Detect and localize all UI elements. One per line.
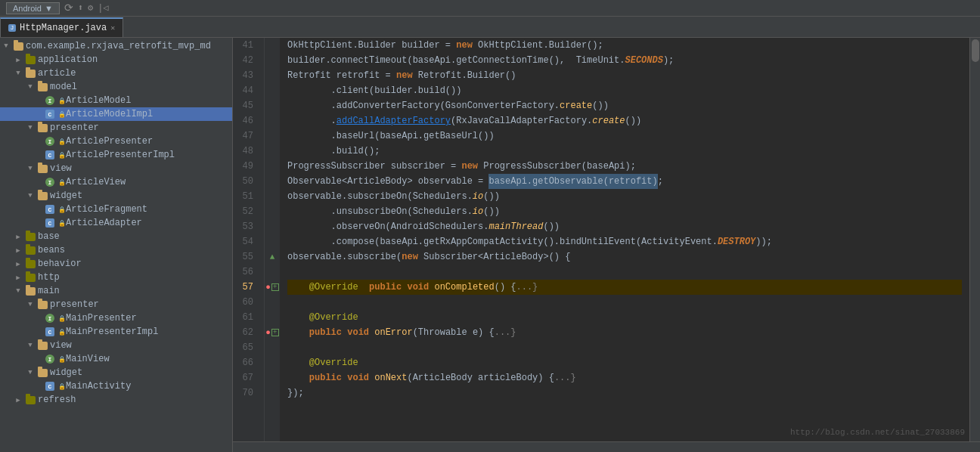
sync-icon[interactable]: ⟳ (64, 2, 73, 14)
tree-item-MainView[interactable]: I 🔒 MainView (0, 352, 232, 366)
tree-item-main-view[interactable]: ▼ view (0, 339, 232, 352)
code-method: onCompleted (434, 280, 494, 295)
code-line-48: .build(); (287, 144, 962, 159)
tree-arrow-presenter: ▼ (24, 122, 36, 134)
code-span: .addConverterFactory(GsonConverterFactor… (287, 98, 560, 113)
ln-45: 45 (233, 98, 258, 113)
gutter-62: ● + (265, 325, 280, 340)
tree-item-ArticleView[interactable]: I 🔒 ArticleView (0, 175, 232, 189)
code-editor[interactable]: 41 42 43 44 45 46 47 48 49 50 51 52 53 5… (233, 38, 980, 452)
tree-item-ArticleModelImpl[interactable]: C 🔒 ArticleModelImpl (0, 107, 232, 121)
code-span (342, 325, 347, 340)
tree-arrow-widget: ▼ (24, 190, 36, 202)
tree-label-mpi: MainPresenterImpl (66, 327, 158, 337)
tree-label-ArticleModel: ArticleModel (66, 95, 131, 106)
code-span: ()) (483, 204, 500, 219)
code-span: .baseUrl(baseApi.getBaseUrl()) (287, 128, 495, 144)
tree-item-widget[interactable]: ▼ widget (0, 189, 232, 203)
code-span: . (287, 113, 336, 128)
code-method: create (560, 98, 592, 113)
code-span: .unsubscribeOn(Schedulers. (287, 204, 473, 219)
tab-httpmanager[interactable]: J HttpManager.java ✕ (0, 17, 123, 37)
folder-icon-view (36, 163, 48, 175)
expand-57[interactable]: + (271, 283, 279, 291)
folder-icon-widget (36, 190, 48, 202)
gutter-67 (265, 370, 280, 385)
class-icon-ArticleModelImpl: C (44, 108, 56, 120)
highlight-code: baseApi.getObservable(retrofit) (488, 174, 657, 189)
settings-icon[interactable]: ⚙ (88, 2, 93, 14)
interface-icon-ArticleModel: I (44, 94, 56, 107)
tree-label-article: article (38, 68, 76, 79)
gutter-48 (265, 144, 280, 159)
android-dropdown[interactable]: Android ▼ (6, 2, 60, 14)
code-span: OkHttpClient.Builder builder = (287, 38, 456, 53)
scrollbar-thumb[interactable] (972, 39, 979, 62)
lock-av: 🔒 (58, 179, 66, 186)
bottom-scrollbar[interactable] (233, 441, 980, 452)
tree-item-MainPresenter[interactable]: I 🔒 MainPresenter (0, 311, 232, 325)
code-method: mainThread (488, 219, 543, 234)
gradle-icon[interactable]: |◁ (98, 2, 108, 14)
tree-item-presenter[interactable]: ▼ presenter (0, 121, 232, 135)
tree-item-ArticleAdapter[interactable]: C 🔒 ArticleAdapter (0, 216, 232, 230)
tree-arrow-behavior: ▶ (12, 258, 24, 270)
lock-mv: 🔒 (58, 356, 66, 363)
code-span: (ArticleBody articleBody) { (407, 370, 554, 385)
gutter-43 (265, 68, 280, 83)
gutter-50 (265, 174, 280, 189)
expand-62[interactable]: + (271, 329, 279, 336)
watermark: http://blog.csdn.net/sinat_27033869 (790, 428, 965, 437)
tree-label-ap: ArticlePresenter (66, 136, 153, 147)
code-span: .observeOn(AndroidSchedulers. (287, 219, 488, 234)
ln-51: 51 (233, 189, 258, 204)
tree-label-widget: widget (50, 190, 82, 201)
tree-item-article[interactable]: ▼ article (0, 67, 232, 80)
tree-item-MainPresenterImpl[interactable]: C 🔒 MainPresenterImpl (0, 325, 232, 339)
code-method: io (473, 204, 483, 219)
tree-item-behavior[interactable]: ▶ behavior (0, 257, 232, 271)
ln-70: 70 (233, 385, 258, 401)
tree-item-ArticleFragment[interactable]: C 🔒 ArticleFragment (0, 203, 232, 216)
tree-item-application[interactable]: ▶ application (0, 53, 232, 67)
tree-label-mv: MainView (66, 354, 110, 364)
code-line-44: .client(builder.build()) (287, 83, 962, 98)
tree-item-view[interactable]: ▼ view (0, 162, 232, 175)
code-span: Subscriber<ArticleBody>() { (418, 249, 571, 265)
tree-item-ArticlePresenterImpl[interactable]: C 🔒 ArticlePresenterImpl (0, 148, 232, 162)
tree-item-main-presenter[interactable]: ▼ presenter (0, 298, 232, 311)
code-span: ); (663, 53, 674, 68)
tree-item-model[interactable]: ▼ model (0, 80, 232, 94)
tab-close-button[interactable]: ✕ (110, 23, 115, 33)
code-span: Retrofit.Builder() (413, 68, 516, 83)
android-label: Android (13, 4, 42, 13)
code-span: () { (495, 280, 516, 295)
right-scrollbar[interactable] (969, 38, 980, 441)
tree-item-refresh[interactable]: ▶ refresh (0, 393, 232, 407)
tree-item-main-widget[interactable]: ▼ widget (0, 366, 232, 379)
class-icon-af: C (44, 203, 56, 215)
class-icon-mpi: C (44, 326, 56, 338)
tree-item-ArticleModel[interactable]: I 🔒 ArticleModel (0, 94, 232, 107)
tree-arrow-application: ▶ (12, 54, 24, 66)
code-span (429, 280, 434, 295)
folder-icon-behavior (24, 258, 36, 270)
tree-item-base[interactable]: ▶ base (0, 230, 232, 243)
tree-arrow-refresh: ▶ (12, 394, 24, 406)
folder-icon-model (36, 81, 48, 93)
tree-label-main-presenter: presenter (50, 299, 99, 310)
folder-icon (12, 40, 24, 52)
tree-item-ArticlePresenter[interactable]: I 🔒 ArticlePresenter (0, 135, 232, 148)
tree-item-MainActivity[interactable]: C 🔒 MainActivity (0, 379, 232, 393)
plus-icon[interactable]: ⬆ (78, 2, 83, 14)
tree-item-main[interactable]: ▼ main (0, 284, 232, 298)
tree-item-root[interactable]: ▼ com.example.rxjava_retrofit_mvp_md (0, 39, 232, 53)
code-annotation: @Override (287, 355, 358, 370)
tree-item-http[interactable]: ▶ http (0, 271, 232, 284)
code-lines[interactable]: OkHttpClient.Builder builder = new OkHtt… (280, 38, 969, 441)
code-span: Observable<ArticleBody> observable = (287, 174, 488, 189)
interface-icon-mv: I (44, 353, 56, 365)
tree-item-beans[interactable]: ▶ beans (0, 243, 232, 257)
interface-icon-av: I (44, 176, 56, 188)
code-line-51: observable.subscribeOn(Schedulers.io()) (287, 189, 962, 204)
